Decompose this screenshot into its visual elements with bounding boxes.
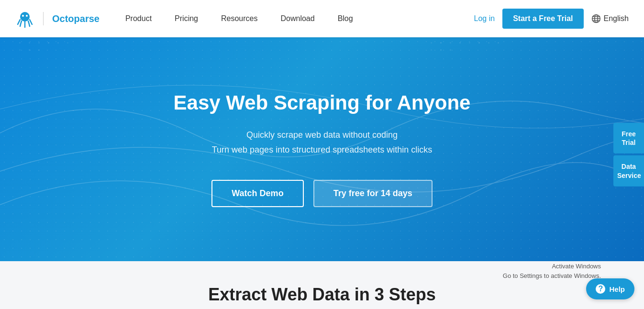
svg-rect-14: [19, 49, 21, 51]
hero-buttons: Watch Demo Try free for 14 days: [174, 180, 471, 207]
login-link[interactable]: Log in: [474, 14, 495, 23]
hero-content: Easy Web Scraping for Anyone Quickly scr…: [174, 91, 471, 207]
svg-rect-20: [459, 42, 461, 44]
try-free-button[interactable]: Try free for 14 days: [313, 180, 433, 207]
svg-rect-21: [469, 42, 470, 44]
svg-point-1: [22, 15, 24, 17]
float-free-trial-button[interactable]: Free Trial: [613, 123, 644, 154]
svg-rect-15: [29, 49, 30, 51]
svg-rect-13: [67, 42, 68, 44]
svg-rect-10: [38, 42, 40, 44]
start-free-trial-button[interactable]: Start a Free Trial: [502, 9, 583, 29]
svg-rect-26: [440, 49, 442, 51]
svg-rect-18: [440, 42, 442, 44]
hero-subtitle-line1: Quickly scrape web data without coding: [246, 130, 398, 140]
activate-windows-line2: Go to Settings to activate Windows.: [503, 271, 601, 281]
svg-rect-19: [450, 42, 451, 44]
language-label: English: [604, 14, 629, 23]
svg-rect-11: [48, 42, 49, 44]
svg-rect-9: [29, 42, 30, 44]
float-data-service-button[interactable]: Data Service: [613, 155, 644, 186]
navbar-right: Log in Start a Free Trial English: [474, 9, 629, 29]
svg-rect-24: [498, 42, 499, 44]
svg-rect-12: [57, 42, 59, 44]
svg-rect-23: [488, 42, 489, 44]
below-hero-title: Extract Web Data in 3 Steps: [208, 285, 436, 305]
svg-point-0: [20, 12, 30, 22]
svg-rect-27: [450, 49, 451, 51]
float-sidebar: Free Trial Data Service: [613, 123, 644, 187]
help-question-icon: ?: [596, 284, 605, 294]
logo-separator: [43, 12, 44, 25]
logo-link[interactable]: Octoparse: [15, 9, 100, 28]
globe-icon: [591, 14, 601, 23]
svg-point-2: [26, 15, 28, 17]
language-selector[interactable]: English: [591, 14, 629, 23]
brand-name: Octoparse: [52, 13, 100, 24]
svg-rect-22: [478, 42, 480, 44]
svg-rect-25: [431, 49, 432, 51]
svg-rect-16: [38, 49, 40, 51]
nav-item-pricing[interactable]: Pricing: [164, 0, 209, 37]
activate-windows-line1: Activate Windows: [503, 262, 601, 271]
hero-section: Easy Web Scraping for Anyone Quickly scr…: [0, 37, 644, 261]
nav-item-blog[interactable]: Blog: [327, 0, 364, 37]
activate-windows-notice: Activate Windows Go to Settings to activ…: [503, 262, 601, 280]
hero-title: Easy Web Scraping for Anyone: [174, 91, 471, 114]
help-label: Help: [609, 285, 625, 293]
nav-item-product[interactable]: Product: [115, 0, 162, 37]
svg-rect-17: [431, 42, 432, 44]
watch-demo-button[interactable]: Watch Demo: [211, 180, 303, 207]
main-nav: Product Pricing Resources Download Blog: [115, 0, 474, 37]
nav-item-download[interactable]: Download: [270, 0, 325, 37]
help-button[interactable]: ? Help: [586, 278, 634, 299]
nav-item-resources[interactable]: Resources: [211, 0, 268, 37]
logo-icon: [15, 9, 34, 28]
svg-rect-8: [19, 42, 21, 44]
hero-subtitle-line2: Turn web pages into structured spreadshe…: [212, 145, 433, 154]
navbar: Octoparse Product Pricing Resources Down…: [0, 0, 644, 37]
hero-subtitle: Quickly scrape web data without coding T…: [174, 128, 471, 157]
